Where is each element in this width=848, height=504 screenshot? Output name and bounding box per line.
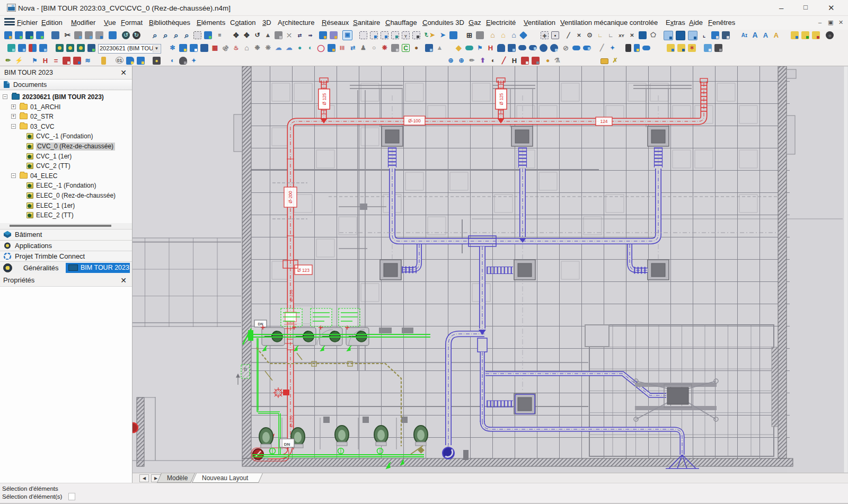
svg-text:Ø-200: Ø-200 (288, 191, 293, 204)
svg-text:B: B (244, 367, 247, 372)
svg-text:DN: DN (284, 442, 290, 447)
svg-text:Ø 123: Ø 123 (297, 268, 310, 273)
svg-text:Ø-100: Ø-100 (408, 118, 421, 123)
svg-text:Ø-250: Ø-250 (289, 289, 294, 302)
svg-text:Ø 125: Ø 125 (499, 93, 504, 105)
svg-text:Ø 125: Ø 125 (322, 93, 327, 105)
svg-text:124: 124 (600, 119, 607, 124)
svg-text:Ø-250: Ø-250 (289, 415, 294, 427)
svg-text:DN: DN (258, 322, 263, 326)
